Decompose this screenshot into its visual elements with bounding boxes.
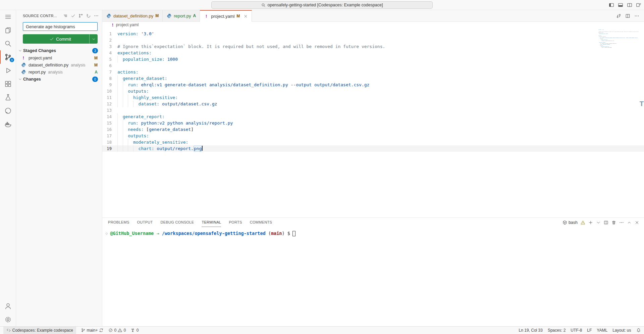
menu-icon [4, 13, 12, 20]
breadcrumb[interactable]: ! project.yaml [102, 22, 644, 28]
code-line-19[interactable]: 19 chart: output/report.png [102, 145, 644, 152]
code-line-18[interactable]: 18 moderately_sensitive: [102, 139, 644, 145]
editor-action-split[interactable] [625, 13, 630, 18]
code-line-7[interactable]: 7 actions: [102, 69, 644, 75]
yaml-warning-icon: ! [111, 22, 114, 28]
panel-action-ellipsis[interactable] [619, 220, 624, 225]
code-line-11[interactable]: 11 highly_sensitive: [102, 94, 644, 101]
code-line-13[interactable]: 13 [102, 107, 644, 113]
panel-tab-comments[interactable]: COMMENTS [250, 218, 272, 227]
panel-action-trash[interactable] [611, 220, 616, 225]
chevron-down-icon [18, 49, 22, 53]
section-header[interactable]: Changes 0 [16, 76, 102, 83]
activity-docker[interactable] [0, 117, 16, 131]
command-center[interactable]: opensafely-getting-started [Codespaces: … [211, 1, 433, 9]
activity-search[interactable] [0, 37, 16, 50]
ports-status[interactable]: 0 [130, 327, 139, 334]
encoding[interactable]: UTF-8 [571, 327, 582, 334]
overview-ruler-marker: T [640, 100, 644, 107]
code-line-12[interactable]: 12 dataset: output/dataset.csv.gz [102, 101, 644, 107]
code-line-9[interactable]: 9 run: ehrql:v1 generate-dataset analysi… [102, 82, 644, 88]
code-line-3[interactable]: 3 # Ignore this`expectation` block. It i… [102, 43, 644, 50]
commit-dropdown[interactable] [89, 34, 98, 44]
problems-status[interactable]: 00 [108, 327, 126, 334]
activity-run-and-debug[interactable] [0, 64, 16, 77]
panel-tab-debug-console[interactable]: DEBUG CONSOLE [161, 218, 194, 227]
remote-indicator[interactable]: Codespaces: Example codespace [3, 327, 76, 334]
code-line-8[interactable]: 8 generate_dataset: [102, 75, 644, 82]
code-line-5[interactable]: 5 population_size: 1000 [102, 56, 644, 62]
warning-icon [118, 328, 122, 333]
code-line-14[interactable]: 14 generate_report: [102, 113, 644, 120]
code-line-16[interactable]: 16 needs: [generate_dataset] [102, 126, 644, 133]
file-path: analysis [48, 70, 62, 75]
terminal-prompt-path: /workspaces/opensafely-getting-started [162, 231, 266, 236]
activity-menu[interactable] [0, 10, 16, 23]
panel-action-close[interactable] [635, 220, 639, 225]
code-line-1[interactable]: 1 version: '3.0' [102, 31, 644, 37]
commit-button[interactable]: Commit [23, 34, 98, 44]
code-line-6[interactable]: 6 [102, 62, 644, 69]
panel-action-chevdown[interactable] [596, 220, 601, 225]
scm-file-row[interactable]: report.py analysis A [16, 68, 102, 76]
activity-extensions[interactable] [0, 77, 16, 91]
line-number: 1 [102, 31, 117, 37]
code-line-10[interactable]: 10 outputs: [102, 88, 644, 94]
terminal-shell-item[interactable]: bash [562, 220, 578, 225]
scm-branchplus-button[interactable] [78, 13, 83, 18]
section-label: Changes [23, 77, 41, 82]
code-line-17[interactable]: 17 outputs: [102, 133, 644, 139]
activity-source-control[interactable]: 3 [0, 50, 16, 64]
panel-action-chevup[interactable] [627, 220, 632, 225]
scm-listfilter-button[interactable] [63, 13, 68, 18]
eol[interactable]: LF [587, 327, 592, 334]
code-line-2[interactable]: 2 [102, 37, 644, 43]
scm-check-button[interactable] [71, 13, 75, 18]
code-line-15[interactable]: 15 run: python:v2 python analysis/report… [102, 120, 644, 126]
close-icon [635, 220, 639, 225]
scm-file-row[interactable]: ! project.yaml M [16, 54, 102, 61]
layout-grid-button[interactable] [636, 2, 641, 8]
panel-action-plus[interactable] [588, 220, 593, 225]
activity-testing[interactable] [0, 91, 16, 104]
code-editor[interactable]: 1 version: '3.0' 2 3 # Ignore this`expec… [102, 28, 644, 218]
panel-tab-terminal[interactable]: TERMINAL [202, 218, 221, 227]
editor-tab-report.py[interactable]: report.py A [163, 10, 200, 22]
commit-message-input[interactable]: Generate age histograms [23, 22, 98, 31]
notifications[interactable] [636, 327, 641, 334]
code-line-4[interactable]: 4 expectations: [102, 50, 644, 56]
keyboard-layout[interactable]: Layout: us [612, 327, 631, 334]
panel-tab-output[interactable]: OUTPUT [137, 218, 153, 227]
editor-tab-dataset_definition.py[interactable]: dataset_definition.py M [102, 10, 163, 22]
panel-action-warning[interactable] [581, 220, 585, 225]
editor-action-compare[interactable] [616, 13, 621, 18]
activity-github[interactable] [0, 104, 16, 117]
layout-panel-button[interactable] [618, 2, 623, 8]
branch-status[interactable]: main+ [81, 327, 104, 334]
layout-splitv-button[interactable] [627, 2, 632, 8]
indentation[interactable]: Spaces: 2 [548, 327, 566, 334]
layout-sidebar-button[interactable] [609, 2, 614, 8]
source-control-sidebar: SOURCE CONTR... Generate age histograms … [16, 10, 102, 326]
minimap[interactable]: version: '3.0' # Ignore this`expectation… [598, 29, 639, 54]
activity-settings[interactable] [0, 313, 16, 326]
scm-file-row[interactable]: dataset_definition.py analysis M [16, 61, 102, 68]
language-mode[interactable]: YAML [597, 327, 607, 334]
section-header[interactable]: Staged Changes 3 [16, 47, 102, 54]
cursor-position[interactable]: Ln 19, Col 33 [519, 327, 543, 334]
scm-refresh-button[interactable] [86, 13, 91, 18]
terminal-cube-icon [562, 220, 567, 225]
panel-tab-ports[interactable]: PORTS [229, 218, 242, 227]
split-icon [604, 220, 608, 225]
panel-action-split[interactable] [604, 220, 608, 225]
activity-explorer[interactable] [0, 23, 16, 37]
editor-action-ellipsis[interactable] [634, 13, 639, 18]
editor-tab-project.yaml[interactable]: ! project.yaml M [200, 10, 252, 22]
close-tab-button[interactable] [244, 14, 248, 18]
activity-accounts[interactable] [0, 299, 16, 313]
accounts-icon [4, 302, 12, 310]
scm-ellipsis-button[interactable] [94, 13, 99, 18]
panel-tab-problems[interactable]: PROBLEMS [108, 218, 129, 227]
terminal[interactable]: ○ @GitHub_Username → /workspaces/opensaf… [102, 227, 644, 237]
line-number: 12 [102, 101, 117, 107]
